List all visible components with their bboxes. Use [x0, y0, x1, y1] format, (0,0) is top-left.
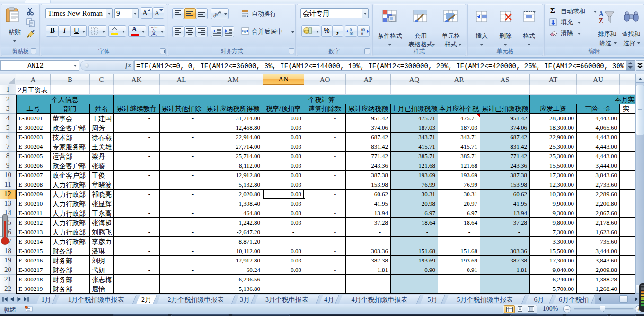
cell-an-11[interactable]: 0.03: [263, 180, 304, 190]
cell-ak-19[interactable]: -: [114, 256, 160, 265]
cell-dept-10[interactable]: 政企客户部: [51, 171, 90, 180]
row-header-1[interactable]: 1: [0, 85, 16, 95]
cell-au-16[interactable]: 1,623.60: [577, 227, 620, 237]
cell-ap-9[interactable]: 243.36: [346, 161, 391, 171]
cell-aq-5[interactable]: 187.03: [391, 123, 438, 133]
cell-dept-5[interactable]: 政企客户部: [51, 123, 90, 133]
cell-aq-21[interactable]: -: [391, 275, 438, 284]
merged-tax-calc[interactable]: 个税计算: [114, 95, 530, 104]
cell-name-15[interactable]: 张海超: [90, 218, 114, 227]
cell-row1[interactable]: [304, 85, 346, 95]
cell-id-11[interactable]: E-300208: [16, 180, 51, 190]
cell-row1[interactable]: [160, 85, 203, 95]
column-title-13[interactable]: 应发工资: [530, 104, 577, 114]
cell-av-21[interactable]: [620, 275, 635, 284]
delete-cells-button[interactable]: 删除: [494, 6, 517, 54]
cell-ar-13[interactable]: 20.97: [438, 199, 480, 208]
page-layout-view-button[interactable]: [515, 305, 526, 313]
cell-ak-8[interactable]: -: [114, 152, 160, 161]
column-header-A[interactable]: A: [16, 74, 51, 85]
cell-am-8[interactable]: 25,714.00: [203, 152, 263, 161]
expand-formula-bar-button[interactable]: [636, 60, 644, 71]
font-color-button[interactable]: A: [128, 25, 146, 37]
cell-au-22[interactable]: 1,268.40: [577, 284, 620, 294]
cell-aq-22[interactable]: -: [391, 284, 438, 294]
sheet-tab-6月[interactable]: 6月: [525, 295, 553, 304]
cell-as-14[interactable]: 13.94: [480, 208, 530, 218]
worksheet-grid[interactable]: ABCAKALAMANAOAPAQARASATAU123456789101112…: [0, 74, 635, 294]
taskbar-button[interactable]: [610, 314, 636, 316]
cell-ak-20[interactable]: -: [114, 265, 160, 275]
cell-an-14[interactable]: 0.03: [263, 208, 304, 218]
cell-al-7[interactable]: -: [160, 142, 203, 152]
cell-row1[interactable]: [114, 85, 160, 95]
cell-al-17[interactable]: -: [160, 237, 203, 246]
cell-au-8[interactable]: 4,443.00: [577, 152, 620, 161]
column-header-AO[interactable]: AO: [304, 74, 346, 85]
fx-icon[interactable]: fx: [125, 62, 131, 69]
cell-ap-14[interactable]: 13.94: [346, 208, 391, 218]
cell-ar-22[interactable]: -: [438, 284, 480, 294]
vertical-scrollbar[interactable]: [635, 74, 644, 294]
cell-ak-18[interactable]: -: [114, 246, 160, 256]
row-header-6[interactable]: 6: [0, 133, 16, 142]
cell-au-17[interactable]: 735.60: [577, 237, 620, 246]
cell-id-15[interactable]: E-300212: [16, 218, 51, 227]
cell-dept-6[interactable]: 技术部: [51, 133, 90, 142]
cell-am-7[interactable]: 27,714.00: [203, 142, 263, 152]
cell-aq-19[interactable]: 193.69: [391, 256, 438, 265]
cell-dept-22[interactable]: 财务部: [51, 284, 90, 294]
cell-id-9[interactable]: E-300206: [16, 161, 51, 171]
cell-name-6[interactable]: 徐春燕: [90, 133, 114, 142]
cell-dept-11[interactable]: 人力行政部: [51, 180, 90, 190]
format-as-table-button[interactable]: 套用表格格式: [406, 6, 436, 54]
cell-an-9[interactable]: 0.03: [263, 161, 304, 171]
cell-row1[interactable]: [391, 85, 438, 95]
cell-am-4[interactable]: 31,714.00: [203, 114, 263, 123]
formula-bar-scroll[interactable]: [626, 60, 635, 71]
cell-al-16[interactable]: -: [160, 227, 203, 237]
cell-au-7[interactable]: 4,443.00: [577, 142, 620, 152]
cell-av-13[interactable]: [620, 199, 635, 208]
cell-ak-14[interactable]: -: [114, 208, 160, 218]
cell-id-18[interactable]: E-300215: [16, 246, 51, 256]
phonetic-button[interactable]: wén文: [148, 25, 165, 37]
cell-am-18[interactable]: 10,112.00: [203, 246, 263, 256]
taskbar-button[interactable]: [510, 314, 563, 316]
cell-ap-10[interactable]: 387.38: [346, 171, 391, 180]
cell-ak-12[interactable]: -: [114, 190, 160, 199]
cell-an-15[interactable]: 0.03: [263, 218, 304, 227]
column-header-AU[interactable]: AU: [577, 74, 620, 85]
increase-indent-button[interactable]: [222, 26, 234, 37]
vertical-scrollbar-track[interactable]: [636, 135, 644, 285]
cell-dept-20[interactable]: 财务部: [51, 265, 90, 275]
column-title-15[interactable]: 实: [620, 104, 635, 114]
cell-am-12[interactable]: 2,020.80: [203, 190, 263, 199]
merged-current-month[interactable]: 本月实: [530, 95, 635, 104]
cell-al-5[interactable]: -: [160, 123, 203, 133]
row-header-18[interactable]: 18: [0, 246, 16, 256]
cell-name-11[interactable]: 章晓波: [90, 180, 114, 190]
cell-ap-16[interactable]: -: [346, 227, 391, 237]
row-header-7[interactable]: 7: [0, 142, 16, 152]
comma-button[interactable]: ,: [332, 25, 343, 37]
cell-ar-4[interactable]: 475.71: [438, 114, 480, 123]
column-header-AT[interactable]: AT: [530, 74, 577, 85]
cell-ak-13[interactable]: -: [114, 199, 160, 208]
cell-id-13[interactable]: E-300210: [16, 199, 51, 208]
cell-av-19[interactable]: [620, 256, 635, 265]
cell-ao-10[interactable]: -: [304, 171, 346, 180]
cell-al-9[interactable]: -: [160, 161, 203, 171]
cell-at-6[interactable]: 22,900.00: [530, 133, 577, 142]
cell-av-22[interactable]: [620, 284, 635, 294]
cell-ao-17[interactable]: -: [304, 237, 346, 246]
sheet-tab-3月个税申报表[interactable]: 3月个税申报表: [255, 295, 319, 304]
bold-button[interactable]: B: [46, 25, 58, 37]
italic-button[interactable]: I: [58, 25, 71, 37]
cell-al-6[interactable]: -: [160, 133, 203, 142]
sheet-tab-4月个税扣缴申报表[interactable]: 4月个税扣缴申报表: [339, 295, 420, 304]
cell-ar-20[interactable]: 0.91: [438, 265, 480, 275]
cell-name-9[interactable]: 张璇: [90, 161, 114, 171]
cell-ao-19[interactable]: -: [304, 256, 346, 265]
cell-dept-18[interactable]: 财务部: [51, 246, 90, 256]
